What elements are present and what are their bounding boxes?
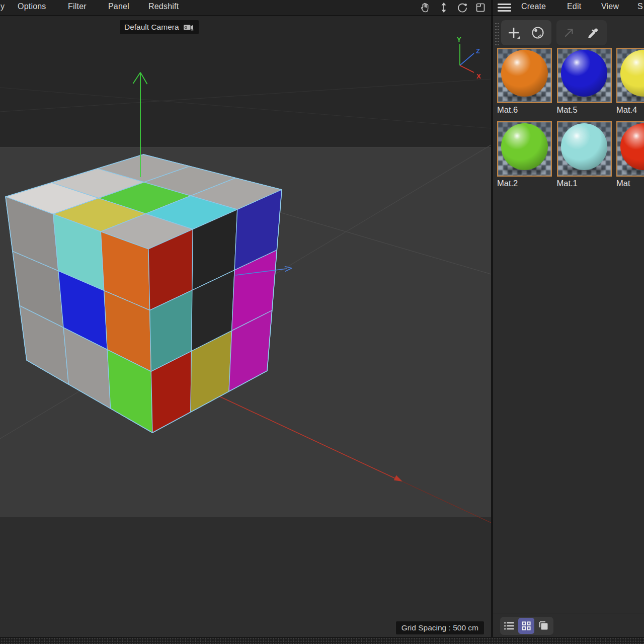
material-name[interactable]: Mat.2 bbox=[497, 179, 552, 188]
material-ball-button[interactable] bbox=[526, 21, 549, 44]
add-material-button[interactable] bbox=[502, 21, 525, 44]
material-name[interactable]: Mat.6 bbox=[497, 105, 552, 115]
material-item: Mat.2 bbox=[497, 121, 552, 188]
window-bottom-strip bbox=[0, 637, 644, 644]
menu-item-partial[interactable]: y bbox=[1, 2, 5, 11]
material-name[interactable]: Mat bbox=[616, 179, 644, 188]
gizmo-z-label: Z bbox=[476, 47, 480, 55]
material-item: Mat bbox=[616, 121, 644, 188]
grid-view-button[interactable] bbox=[518, 618, 534, 634]
menu-item-options[interactable]: Options bbox=[18, 2, 46, 11]
panel-bottom-divider bbox=[493, 613, 644, 613]
zoom-vertical-icon[interactable] bbox=[437, 1, 451, 14]
menubar-divider bbox=[491, 0, 493, 15]
eyedropper-button[interactable] bbox=[582, 21, 605, 44]
menu-item-edit[interactable]: Edit bbox=[567, 2, 581, 11]
hamburger-menu-icon[interactable] bbox=[497, 3, 513, 13]
menu-item-partial-right[interactable]: S bbox=[637, 2, 643, 11]
material-toolbar-group-2 bbox=[556, 20, 607, 45]
menu-item-filter[interactable]: Filter bbox=[68, 2, 87, 11]
material-thumbnail[interactable] bbox=[557, 48, 612, 103]
material-item: Mat.1 bbox=[557, 121, 612, 188]
material-preview-sphere bbox=[501, 50, 547, 96]
menu-item-create[interactable]: Create bbox=[521, 2, 546, 11]
gizmo-x-label: X bbox=[476, 72, 481, 80]
viewport-3d[interactable]: Default Camera Y Z X Grid Spacing : 500 … bbox=[0, 15, 491, 637]
layers-view-button[interactable] bbox=[535, 618, 551, 634]
material-item: Mat.4 bbox=[616, 48, 644, 115]
apply-arrow-button[interactable] bbox=[557, 21, 581, 44]
material-name[interactable]: Mat.5 bbox=[557, 105, 612, 115]
camera-icon bbox=[183, 23, 194, 32]
camera-label-text: Default Camera bbox=[124, 23, 179, 32]
axis-gizmo[interactable]: Y Z X bbox=[445, 34, 484, 83]
material-thumbnail[interactable] bbox=[616, 48, 644, 103]
list-view-button[interactable] bbox=[501, 618, 517, 634]
grid-spacing-label: Grid Spacing : 500 cm bbox=[395, 621, 485, 635]
menu-bar: y Options Filter Panel Redshift bbox=[0, 0, 644, 16]
menu-item-view[interactable]: View bbox=[601, 2, 619, 11]
camera-label[interactable]: Default Camera bbox=[120, 20, 199, 34]
viewport-sky-band bbox=[0, 15, 491, 147]
pan-hand-icon[interactable] bbox=[418, 1, 432, 14]
viewport-scene bbox=[0, 15, 491, 637]
menu-item-redshift[interactable]: Redshift bbox=[148, 2, 179, 11]
material-thumbnail[interactable] bbox=[616, 121, 644, 177]
material-thumbnail[interactable] bbox=[557, 121, 612, 177]
viewport-lower-band bbox=[0, 517, 491, 637]
toolbar-drag-handle[interactable] bbox=[495, 22, 500, 47]
application-window: y Options Filter Panel Redshift bbox=[0, 0, 644, 644]
view-mode-buttons bbox=[500, 617, 553, 635]
menu-item-panel[interactable]: Panel bbox=[108, 2, 129, 11]
material-preview-sphere bbox=[561, 50, 607, 96]
toggle-maximize-icon[interactable] bbox=[473, 1, 488, 14]
material-preview-sphere bbox=[561, 123, 607, 170]
dropdown-corner-icon bbox=[517, 36, 520, 39]
material-name[interactable]: Mat.1 bbox=[557, 179, 612, 188]
material-thumbnail[interactable] bbox=[497, 121, 552, 177]
material-preview-sphere bbox=[501, 123, 547, 170]
gizmo-y-label: Y bbox=[457, 36, 461, 43]
material-toolbar-group-1 bbox=[501, 20, 551, 45]
orbit-rotate-icon[interactable] bbox=[455, 1, 469, 14]
material-manager-panel: Mat.6Mat.5Mat.4Mat.2Mat.1Mat bbox=[491, 15, 644, 637]
material-thumbnail[interactable] bbox=[497, 48, 552, 103]
material-name[interactable]: Mat.4 bbox=[616, 105, 644, 115]
material-item: Mat.5 bbox=[557, 48, 612, 115]
material-item: Mat.6 bbox=[497, 48, 552, 115]
